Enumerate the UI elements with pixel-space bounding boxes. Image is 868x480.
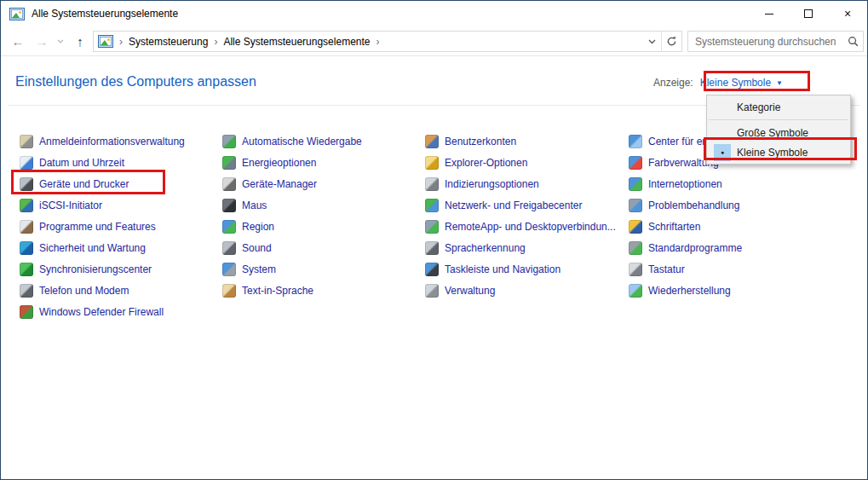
item-label: Wiederherstellung — [648, 285, 731, 297]
control-panel-item[interactable]: Synchronisierungscenter — [20, 258, 185, 280]
recent-locations-button[interactable] — [54, 26, 67, 56]
taskbar-navigation-icon — [425, 263, 439, 276]
search-input[interactable] — [688, 36, 842, 48]
item-label: Internetoptionen — [648, 178, 722, 190]
item-label: Standardprogramme — [648, 242, 742, 254]
breadcrumb-segment[interactable]: Alle Systemsteuerungselemente — [223, 36, 370, 48]
item-label: Anmeldeinformationsverwaltung — [39, 136, 185, 147]
control-panel-item[interactable]: Geräte-Manager — [222, 173, 362, 194]
control-panel-icon — [9, 8, 25, 20]
phone-modem-icon — [20, 284, 33, 298]
control-panel-item[interactable]: Internetoptionen — [629, 173, 742, 194]
control-panel-item[interactable]: Schriftarten — [629, 216, 742, 237]
chevron-down-icon — [57, 39, 64, 43]
refresh-button[interactable] — [661, 32, 681, 51]
troubleshooting-icon — [629, 199, 642, 212]
default-programs-icon — [629, 241, 642, 255]
control-panel-item[interactable]: Spracherkennung — [425, 237, 616, 258]
control-panel-item[interactable]: Energieoptionen — [222, 152, 362, 173]
control-panel-item[interactable]: Indizierungsoptionen — [425, 173, 616, 194]
breadcrumb-separator: › — [370, 36, 385, 48]
control-panel-item[interactable]: iSCSI-Initiator — [20, 194, 185, 216]
up-button[interactable]: ↑ — [71, 26, 89, 56]
item-label: Problembehandlung — [648, 200, 739, 211]
control-panel-item[interactable]: Windows Defender Firewall — [20, 301, 185, 322]
items-column-1: AnmeldeinformationsverwaltungDatum und U… — [20, 130, 185, 322]
control-panel-item[interactable]: Benutzerkonten — [425, 130, 616, 152]
view-by-menu: KategorieGroße Symbole●Kleine Symbole — [706, 95, 851, 165]
item-label: Center für erl — [648, 136, 708, 147]
title-bar: Alle Systemsteuerungselemente × — [1, 1, 867, 26]
item-label: Maus — [242, 200, 267, 211]
back-button[interactable]: ← — [8, 26, 28, 56]
item-label: System — [242, 263, 276, 275]
menu-item-label: Kleine Symbole — [737, 147, 808, 159]
menu-item-label: Kategorie — [737, 101, 780, 113]
remoteapp-desktop-icon — [425, 220, 439, 234]
refresh-icon — [666, 36, 677, 47]
control-panel-item[interactable]: RemoteApp- und Desktopverbindun... — [425, 216, 616, 237]
control-panel-item[interactable]: Verwaltung — [425, 280, 616, 301]
menu-item-gro-e-symbole[interactable]: Große Symbole — [708, 123, 849, 142]
control-panel-item[interactable]: Anmeldeinformationsverwaltung — [20, 130, 185, 152]
user-accounts-icon — [425, 135, 439, 148]
defender-firewall-icon — [20, 305, 33, 319]
item-label: Schriftarten — [648, 221, 700, 233]
control-panel-item[interactable]: Tastatur — [629, 258, 742, 280]
item-label: Synchronisierungscenter — [39, 263, 152, 275]
control-panel-item[interactable]: System — [222, 258, 362, 280]
control-panel-item[interactable]: Automatische Wiedergabe — [222, 130, 362, 152]
maximize-button[interactable] — [789, 1, 828, 26]
credential-manager-icon — [20, 135, 33, 148]
item-label: Indizierungsoptionen — [445, 178, 539, 190]
control-panel-item[interactable]: Text-in-Sprache — [222, 280, 362, 301]
system-icon — [222, 263, 236, 276]
control-panel-item[interactable]: Taskleiste und Navigation — [425, 258, 616, 280]
indexing-options-icon — [425, 177, 439, 191]
control-panel-item[interactable]: Explorer-Optionen — [425, 152, 616, 173]
forward-button[interactable]: → — [32, 26, 52, 56]
control-panel-item[interactable]: Standardprogramme — [629, 237, 742, 258]
view-by-dropdown[interactable]: Kleine Symbole ▼ — [700, 77, 783, 89]
breadcrumb-segment[interactable]: Systemsteuerung — [129, 36, 208, 48]
control-panel-item[interactable]: Programme und Features — [20, 216, 185, 237]
control-panel-item[interactable]: Netzwerk- und Freigabecenter — [425, 194, 616, 216]
region-icon — [222, 220, 236, 234]
minimize-icon — [765, 14, 773, 14]
ease-of-access-center-icon — [629, 135, 642, 148]
control-panel-item[interactable]: Sound — [222, 237, 362, 258]
breadcrumb-separator: › — [113, 36, 129, 48]
control-panel-item[interactable]: Region — [222, 216, 362, 237]
item-label: iSCSI-Initiator — [39, 200, 102, 211]
autoplay-icon — [222, 135, 236, 148]
control-panel-item[interactable]: Telefon und Modem — [20, 280, 185, 301]
item-label: Geräte und Drucker — [39, 178, 129, 190]
bullet-icon: ● — [721, 149, 724, 155]
window-title: Alle Systemsteuerungselemente — [32, 8, 178, 20]
control-panel-icon — [98, 35, 113, 48]
item-label: Verwaltung — [445, 285, 495, 297]
control-panel-item[interactable]: Maus — [222, 194, 362, 216]
control-panel-item[interactable]: Wiederherstellung — [629, 280, 742, 301]
control-panel-item[interactable]: Datum und Uhrzeit — [20, 152, 185, 173]
security-maintenance-flag-icon — [20, 241, 33, 255]
item-label: Taskleiste und Navigation — [445, 263, 560, 275]
address-bar[interactable]: ›Systemsteuerung›Alle Systemsteuerungsel… — [93, 31, 682, 52]
item-label: Tastatur — [648, 263, 685, 275]
control-panel-item[interactable]: Geräte und Drucker — [20, 173, 185, 194]
devices-printers-icon — [20, 177, 33, 191]
menu-item-kategorie[interactable]: Kategorie — [708, 97, 849, 117]
control-panel-item[interactable]: Problembehandlung — [629, 194, 742, 216]
address-dropdown-button[interactable] — [642, 32, 661, 51]
menu-item-kleine-symbole[interactable]: ●Kleine Symbole — [708, 142, 849, 162]
control-panel-item[interactable]: Sicherheit und Wartung — [20, 237, 185, 258]
page-title: Einstellungen des Computers anpassen — [15, 74, 256, 90]
items-column-2: Automatische WiedergabeEnergieoptionenGe… — [222, 130, 362, 301]
close-button[interactable]: × — [828, 1, 867, 26]
programs-features-icon — [20, 220, 33, 234]
item-label: Netzwerk- und Freigabecenter — [445, 200, 582, 211]
item-label: Benutzerkonten — [445, 136, 516, 147]
minimize-button[interactable] — [750, 1, 789, 26]
item-label: Telefon und Modem — [39, 285, 129, 297]
item-label: Geräte-Manager — [242, 178, 317, 190]
